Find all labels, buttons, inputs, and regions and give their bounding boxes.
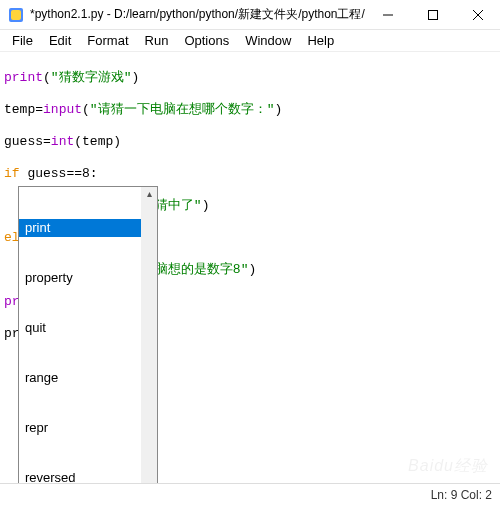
menu-edit[interactable]: Edit — [41, 31, 79, 50]
cursor-position: Ln: 9 Col: 2 — [431, 488, 492, 502]
titlebar: *python2.1.py - D:/learn/python/python/新… — [0, 0, 500, 30]
close-button[interactable] — [455, 0, 500, 30]
svg-rect-1 — [11, 10, 21, 20]
menu-file[interactable]: File — [4, 31, 41, 50]
code-editor[interactable]: print("猜数字游戏") temp=input("请猜一下电脑在想哪个数字：… — [0, 52, 500, 483]
autocomplete-item[interactable]: quit — [19, 319, 141, 337]
watermark: Baidu经验 — [408, 456, 488, 477]
menu-format[interactable]: Format — [79, 31, 136, 50]
autocomplete-list: print property quit range repr reversed … — [19, 187, 141, 483]
code-token: print — [4, 70, 43, 85]
window-controls — [365, 0, 500, 30]
svg-rect-3 — [428, 10, 437, 19]
minimize-button[interactable] — [365, 0, 410, 30]
autocomplete-item[interactable]: reversed — [19, 469, 141, 483]
autocomplete-item[interactable]: range — [19, 369, 141, 387]
menu-options[interactable]: Options — [176, 31, 237, 50]
menu-run[interactable]: Run — [137, 31, 177, 50]
autocomplete-popup[interactable]: print property quit range repr reversed … — [18, 186, 158, 483]
autocomplete-scrollbar[interactable]: ▴ ▾ — [141, 187, 157, 483]
autocomplete-item[interactable]: repr — [19, 419, 141, 437]
maximize-button[interactable] — [410, 0, 455, 30]
autocomplete-item[interactable]: print — [19, 219, 141, 237]
menubar: File Edit Format Run Options Window Help — [0, 30, 500, 52]
menu-help[interactable]: Help — [299, 31, 342, 50]
statusbar: Ln: 9 Col: 2 — [0, 483, 500, 505]
scroll-up-icon[interactable]: ▴ — [147, 189, 152, 199]
app-icon — [8, 7, 24, 23]
autocomplete-item[interactable]: property — [19, 269, 141, 287]
window-title: *python2.1.py - D:/learn/python/python/新… — [30, 6, 365, 23]
menu-window[interactable]: Window — [237, 31, 299, 50]
